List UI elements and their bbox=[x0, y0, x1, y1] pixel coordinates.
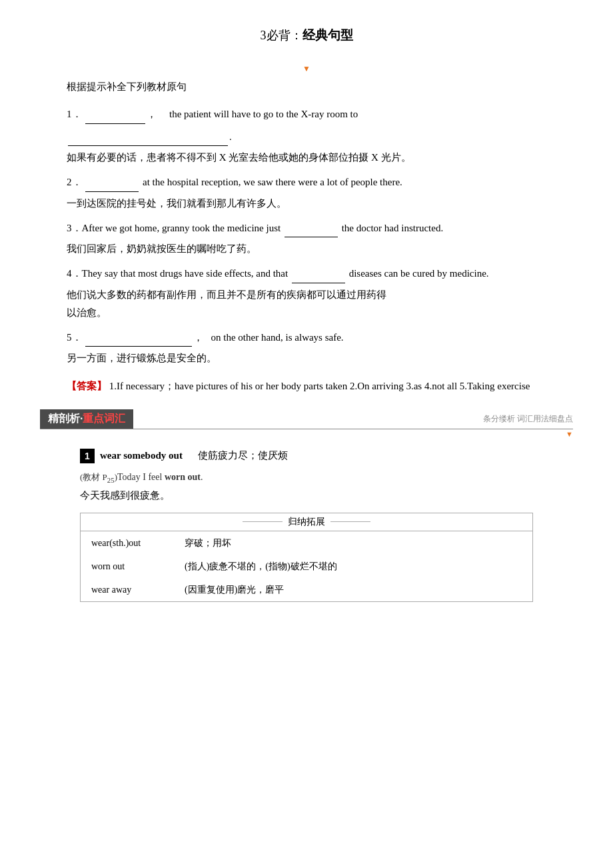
question-2: 2． at the hospital reception, we saw the… bbox=[67, 172, 573, 192]
summary-row-1-left: wear(sth.)out bbox=[91, 535, 185, 551]
answer-section: 【答案】 1.If necessary；have pictures of his… bbox=[67, 377, 573, 396]
question-1-continuation: . bbox=[67, 127, 573, 147]
vocab-1-number-box: 1 bbox=[80, 449, 95, 463]
vocab-1-term: wear somebody out bbox=[100, 450, 183, 461]
q4-text: diseases can be cured by medicine. bbox=[349, 268, 489, 279]
summary-row-2-left: worn out bbox=[91, 558, 185, 575]
q3-text: the doctor had instructed. bbox=[342, 223, 443, 233]
bold-word: worn out bbox=[165, 472, 201, 482]
question-5: 5． ， on the other hand, is always safe. bbox=[67, 327, 573, 347]
question-3: 3．After we got home, granny took the med… bbox=[67, 218, 573, 238]
summary-row-1: wear(sth.)out 穿破；用坏 bbox=[81, 531, 532, 555]
vocab-1-chinese-example: 今天我感到很疲惫。 bbox=[80, 487, 573, 505]
answer-label: 【答案】 bbox=[67, 381, 107, 391]
q2-chinese: 一到达医院的挂号处，我们就看到那儿有许多人。 bbox=[67, 195, 573, 213]
summary-row-3-left: wear away bbox=[91, 581, 185, 598]
q2-blank[interactable] bbox=[85, 172, 139, 192]
vocab-1-meaning: 使筋疲力尽；使厌烦 bbox=[188, 449, 288, 462]
summary-row-3: wear away (因重复使用)磨光，磨平 bbox=[81, 578, 532, 601]
q1-text: the patient will have to go to the X-ray… bbox=[169, 109, 358, 119]
q1-blank2[interactable] bbox=[68, 127, 228, 147]
q1-number: 1． bbox=[67, 109, 82, 119]
divider-line bbox=[40, 429, 573, 429]
title-arrow: ▼ bbox=[40, 64, 573, 74]
summary-title: 归纳拓展 bbox=[81, 513, 532, 531]
q5-text: on the other hand, is always safe. bbox=[211, 332, 344, 343]
q2-number: 2． bbox=[67, 177, 82, 187]
instruction: 根据提示补全下列教材原句 bbox=[67, 81, 573, 93]
summary-row-2-right: (指人)疲惫不堪的，(指物)破烂不堪的 bbox=[185, 558, 522, 575]
question-1: 1． ， the patient will have to go to the … bbox=[67, 104, 573, 124]
vocab-1-header: 1 wear somebody out 使筋疲力尽；使厌烦 bbox=[80, 449, 573, 463]
divider-text-red: 重点词汇 bbox=[83, 413, 125, 424]
summary-row-1-right: 穿破；用坏 bbox=[185, 535, 522, 551]
q2-text: at the hospital reception, we saw there … bbox=[143, 177, 402, 187]
q3-number: 3．After we got home, granny took the med… bbox=[67, 223, 283, 233]
summary-row-2: worn out (指人)疲惫不堪的，(指物)破烂不堪的 bbox=[81, 555, 532, 578]
q3-chinese: 我们回家后，奶奶就按医生的嘱咐吃了药。 bbox=[67, 240, 573, 258]
title-bold: 经典句型 bbox=[303, 28, 353, 42]
summary-row-3-right: (因重复使用)磨光，磨平 bbox=[185, 581, 522, 598]
divider-bar: 精剖析·重点词汇 bbox=[40, 409, 133, 429]
divider-text-black: 精剖析 bbox=[48, 413, 80, 424]
q5-blank[interactable] bbox=[85, 327, 192, 347]
page-title: 3必背：经典句型 bbox=[40, 27, 573, 44]
question-4: 4．They say that most drugs have side eff… bbox=[67, 263, 573, 283]
q4-chinese-cont: 以治愈。 bbox=[67, 304, 573, 322]
divider-arrow: ▼ bbox=[40, 430, 573, 438]
textbook-ref: (教材 P25) bbox=[80, 472, 117, 482]
q4-number: 4．They say that most drugs have side eff… bbox=[67, 268, 291, 279]
title-normal: 3必背： bbox=[261, 29, 303, 42]
vocab-1: 1 wear somebody out 使筋疲力尽；使厌烦 (教材 P25)To… bbox=[40, 449, 573, 603]
answer-content: 1.If necessary；have pictures of his or h… bbox=[109, 381, 530, 391]
q1-blank1[interactable] bbox=[85, 104, 145, 124]
vocab-1-example: (教材 P25)Today I feel worn out. bbox=[80, 469, 573, 487]
summary-box: 归纳拓展 wear(sth.)out 穿破；用坏 worn out (指人)疲惫… bbox=[80, 513, 533, 603]
q5-chinese: 另一方面，进行锻炼总是安全的。 bbox=[67, 349, 573, 367]
divider-subtitle: 条分缕析 词汇用法细盘点 bbox=[483, 413, 573, 425]
q4-chinese: 他们说大多数的药都有副作用，而且并不是所有的疾病都可以通过用药得 bbox=[67, 286, 573, 304]
q4-blank[interactable] bbox=[292, 263, 345, 283]
q1-chinese: 如果有必要的话，患者将不得不到 X 光室去给他或她的身体部位拍摄 X 光片。 bbox=[67, 149, 573, 167]
q3-blank[interactable] bbox=[285, 218, 338, 238]
divider-section: 精剖析·重点词汇 条分缕析 词汇用法细盘点 ▼ bbox=[40, 409, 573, 438]
q5-number: 5． bbox=[67, 332, 82, 343]
